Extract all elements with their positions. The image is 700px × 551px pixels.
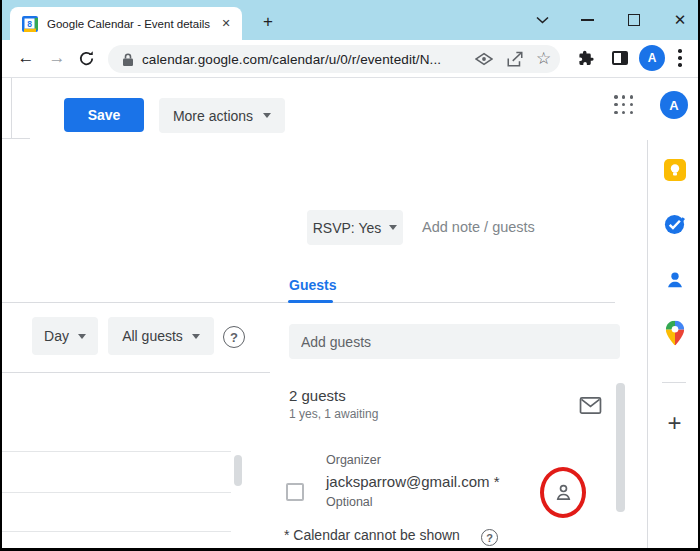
url-text[interactable]: calendar.google.com/calendar/u/0/r/event… [142,52,441,67]
google-maps-icon[interactable] [663,319,686,346]
email-guests-icon[interactable] [579,396,602,419]
browser-tab[interactable]: 8 Google Calendar - Event details ✕ [10,7,242,40]
reload-icon[interactable] [78,50,95,71]
bookmark-star-icon[interactable]: ☆ [536,48,551,69]
account-avatar[interactable]: A [660,91,688,119]
lock-icon [122,52,134,67]
window-minimize-button[interactable] [575,8,599,32]
calendar-gridline [2,531,231,532]
active-tab-indicator [288,300,333,303]
day-view-dropdown[interactable]: Day [32,317,98,355]
calendar-gridline [2,451,231,452]
tab-title: Google Calendar - Event details [47,18,218,30]
address-bar[interactable]: calendar.google.com/calendar/u/0/r/event… [108,45,560,73]
svg-text:8: 8 [27,18,32,28]
get-addons-button[interactable]: + [662,410,687,435]
organizer-label: Organizer [326,453,381,467]
organizer-email: jacksparrow@gmail.com * [326,473,500,490]
footnote-help-icon[interactable]: ? [481,529,498,546]
share-icon[interactable] [506,51,524,68]
google-tasks-icon[interactable] [663,213,686,236]
browser-titlebar: 8 Google Calendar - Event details ✕ + ✕ [2,0,698,40]
calendar-footnote: * Calendar cannot be shown [284,527,460,543]
tab-close-icon[interactable]: ✕ [218,16,234,32]
tab-guests[interactable]: Guests [289,277,336,293]
calendar-gridline [2,492,231,493]
browser-menu-icon[interactable] [678,49,682,70]
add-note-guests-link[interactable]: Add note / guests [422,219,535,235]
google-apps-grid-icon[interactable] [614,95,634,115]
add-guests-input[interactable] [289,324,620,359]
google-keep-icon[interactable] [663,158,686,181]
guest-checkbox[interactable] [286,483,304,501]
rail-divider [662,382,686,383]
organizer-optional-label: Optional [326,495,373,509]
chevron-down-icon [389,225,397,230]
all-guests-dropdown[interactable]: All guests [108,317,214,355]
browser-window: 8 Google Calendar - Event details ✕ + ✕ … [0,0,700,551]
extensions-puzzle-icon[interactable] [578,50,595,71]
browser-profile-avatar[interactable]: A [639,45,665,71]
guest-count: 2 guests [289,387,346,404]
chevron-down-icon [192,334,200,339]
chevron-down-icon [78,334,86,339]
cropped-field-edge [11,78,12,138]
chevron-down-icon [263,113,271,118]
left-panel-scrollbar[interactable] [234,455,242,486]
cropped-field-bottom [2,138,30,139]
help-icon[interactable]: ? [223,326,245,348]
rsvp-dropdown[interactable]: RSVP: Yes [307,210,403,245]
window-maximize-button[interactable] [622,8,646,32]
back-icon[interactable]: ← [15,48,37,68]
google-contacts-icon[interactable] [663,268,686,291]
window-close-button[interactable]: ✕ [668,8,692,32]
more-actions-button[interactable]: More actions [159,98,285,133]
google-calendar-favicon-icon: 8 [22,16,38,32]
preview-eye-icon[interactable] [475,52,493,66]
panel-divider [2,372,270,373]
guest-status: 1 yes, 1 awaiting [289,407,378,421]
guests-panel-scrollbar[interactable] [616,383,625,512]
annotation-red-circle [540,467,586,518]
side-panel-icon[interactable] [612,51,628,65]
window-chevron-icon[interactable] [530,8,554,32]
forward-icon[interactable]: → [46,48,68,68]
new-tab-button[interactable]: + [258,12,278,32]
save-button[interactable]: Save [64,98,144,132]
companion-rail-border [647,140,648,549]
